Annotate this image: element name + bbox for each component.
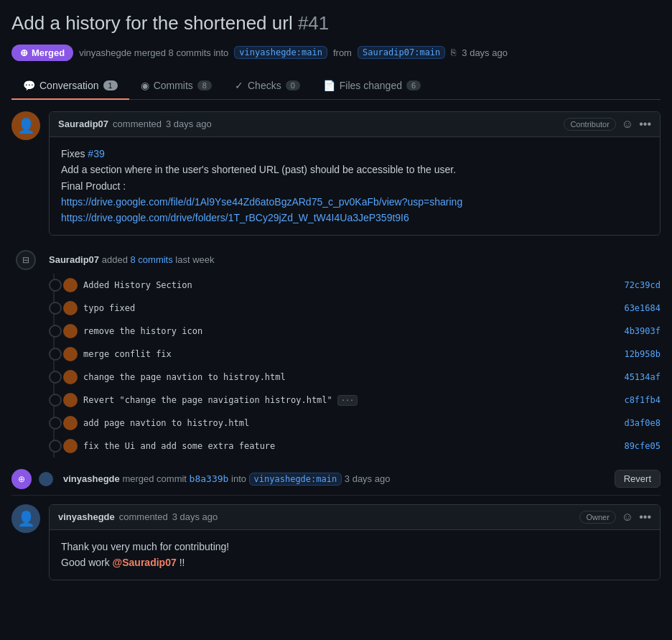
- commit-message-2: typo fixed: [83, 303, 618, 313]
- commit-row-3: remove the history icon 4b3903f: [55, 320, 661, 343]
- first-comment-box: Sauradip07 commented 3 days ago Contribu…: [49, 111, 661, 236]
- tab-conversation-badge: 1: [103, 80, 118, 91]
- mention-link[interactable]: @Sauradip07: [113, 557, 177, 568]
- commit-avatar-8: [63, 439, 78, 453]
- copy-icon[interactable]: ⎘: [451, 47, 456, 57]
- commits-event-content: Sauradip07 added 8 commits last week Add…: [49, 250, 661, 458]
- merged-event-row: ⊕ vinyashegde merged commit b8a339b into…: [0, 458, 672, 495]
- tab-checks-badge: 0: [286, 80, 300, 91]
- commit-message-4: merge conflit fix: [83, 349, 618, 359]
- commit-avatar-2: [63, 301, 78, 315]
- merge-icon: ⊕: [20, 47, 28, 58]
- commit-hash-8[interactable]: 89cfe05: [624, 441, 661, 451]
- merged-event-content: vinyashegde merged commit b8a339b into v…: [63, 473, 607, 484]
- commit-message-3: remove the history icon: [83, 326, 618, 336]
- first-comment-time: 3 days ago: [166, 119, 212, 129]
- first-comment-row: 👤 Sauradip07 commented 3 days ago Contri…: [0, 100, 672, 241]
- commit-hash-2[interactable]: 63e1684: [624, 303, 661, 313]
- checks-icon: ✓: [235, 80, 243, 91]
- commits-time: last week: [175, 254, 214, 265]
- merge-description: vinyashegde merged 8 commits into: [79, 47, 228, 58]
- commit-avatar-5: [63, 370, 78, 384]
- second-comment-row: 👤 vinyashegde commented 3 days ago Owner…: [0, 496, 672, 592]
- first-comment-username[interactable]: Sauradip07: [58, 119, 108, 129]
- merged-badge-label: Merged: [32, 47, 65, 58]
- first-comment-actions: Contributor ☺ •••: [564, 118, 651, 131]
- emoji-button[interactable]: ☺: [622, 118, 633, 131]
- second-comment-actions: Owner ☺ •••: [579, 511, 651, 524]
- commit-avatar-3: [63, 324, 78, 338]
- tabs-bar: 💬 Conversation 1 ◉ Commits 8 ✓ Checks 0 …: [11, 73, 661, 100]
- tab-conversation[interactable]: 💬 Conversation 1: [11, 73, 129, 100]
- commit-row-6: Revert "change the page navigation histr…: [55, 389, 661, 412]
- second-emoji-button[interactable]: ☺: [622, 511, 633, 524]
- commit-message-5: change the page navtion to histroy.html: [83, 372, 618, 382]
- commit-row-5: change the page navtion to histroy.html …: [55, 366, 661, 389]
- commits-link[interactable]: 8 commits: [130, 254, 172, 265]
- drive-link-1[interactable]: https://drive.google.com/file/d/1Al9Yse4…: [61, 196, 462, 208]
- revert-button[interactable]: Revert: [615, 470, 661, 488]
- second-comment-end: !!: [179, 557, 185, 568]
- merged-event-icon: ⊕: [11, 469, 32, 489]
- second-comment-username[interactable]: vinyashegde: [58, 511, 115, 522]
- commit-hash-4[interactable]: 12b958b: [624, 349, 661, 359]
- drive-link-2[interactable]: https://drive.google.com/drive/folders/1…: [61, 212, 409, 223]
- comment-line-1: Fixes #39: [61, 146, 648, 162]
- commit-hash-7[interactable]: d3af0e8: [624, 418, 661, 428]
- merged-branch-tag[interactable]: vinyashegde:main: [249, 473, 342, 486]
- tab-files-badge: 6: [406, 80, 421, 91]
- source-branch-tag[interactable]: Sauradip07:main: [358, 46, 445, 59]
- commit-hash-6[interactable]: c8f1fb4: [624, 395, 661, 405]
- commit-avatar-4: [63, 347, 78, 361]
- commit-message-1: Added History Section: [83, 280, 618, 290]
- commit-avatar-6: [63, 393, 78, 407]
- vinyashegde-avatar-small: [39, 472, 53, 486]
- target-branch-tag[interactable]: vinyashegde:main: [234, 46, 327, 59]
- tab-conversation-label: Conversation: [39, 80, 99, 91]
- pr-number: #41: [298, 12, 329, 34]
- commit-hash-5[interactable]: 45134af: [624, 372, 661, 382]
- ellipsis-btn[interactable]: ···: [337, 395, 358, 406]
- commit-hash-3[interactable]: 4b3903f: [624, 326, 661, 336]
- commit-row-2: typo fixed 63e1684: [55, 297, 661, 320]
- second-comment-body: Thank you very much for contributing! Go…: [50, 530, 660, 580]
- commit-row-7: add page navtion to histroy.html d3af0e8: [55, 412, 661, 435]
- second-comment-header: vinyashegde commented 3 days ago Owner ☺…: [50, 505, 660, 530]
- merged-into-text: into: [231, 473, 249, 484]
- fix-link[interactable]: #39: [88, 148, 104, 159]
- commits-event-icon: ⊟: [16, 250, 36, 270]
- tab-files-label: Files changed: [340, 80, 402, 91]
- tab-commits[interactable]: ◉ Commits 8: [129, 73, 223, 100]
- tab-files-changed[interactable]: 📄 Files changed 6: [312, 73, 432, 100]
- contributor-badge: Contributor: [564, 118, 615, 131]
- merged-username[interactable]: vinyashegde: [63, 473, 120, 484]
- commit-row-4: merge conflit fix 12b958b: [55, 343, 661, 366]
- pr-title-text: Add a history for the shortened url: [11, 12, 293, 34]
- second-comment-line-2: Good work @Sauradip07 !!: [61, 555, 648, 570]
- commits-event-row: ⊟ Sauradip07 added 8 commits last week A…: [0, 241, 672, 458]
- commit-message-7: add page navtion to histroy.html: [83, 418, 618, 428]
- commit-avatar-7: [63, 416, 78, 430]
- first-comment-meta: Sauradip07 commented 3 days ago: [58, 119, 212, 129]
- merged-action-text: merged commit: [122, 473, 189, 484]
- tab-checks[interactable]: ✓ Checks 0: [223, 73, 312, 100]
- avatar-vinyashegde: 👤: [11, 504, 40, 533]
- pr-title: Add a history for the shortened url #41: [11, 11, 661, 36]
- first-comment-body: Fixes #39 Add a section where in the use…: [50, 137, 660, 235]
- first-comment-header: Sauradip07 commented 3 days ago Contribu…: [50, 112, 660, 137]
- commit-message-6: Revert "change the page navigation histr…: [83, 395, 618, 405]
- commits-username[interactable]: Sauradip07: [49, 254, 99, 265]
- owner-badge: Owner: [579, 511, 615, 524]
- commits-added-text: added: [102, 254, 131, 265]
- merged-commit-hash[interactable]: b8a339b: [190, 473, 229, 484]
- from-label: from: [333, 47, 352, 58]
- commits-icon: ◉: [141, 80, 149, 91]
- commit-hash-1[interactable]: 72c39cd: [624, 280, 661, 290]
- merged-badge: ⊕ Merged: [11, 45, 73, 61]
- second-comment-text: Good work: [61, 557, 110, 568]
- commit-row-8: fix the Ui and add some extra feature 89…: [55, 435, 661, 458]
- more-options-button[interactable]: •••: [639, 118, 651, 131]
- second-more-options-button[interactable]: •••: [639, 511, 651, 524]
- files-icon: 📄: [323, 80, 335, 91]
- commit-row-1: Added History Section 72c39cd: [55, 274, 661, 297]
